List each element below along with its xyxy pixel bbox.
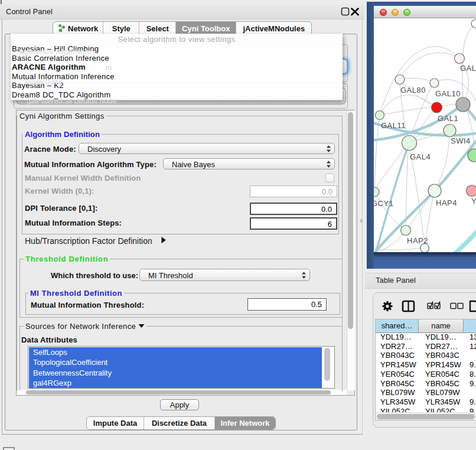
svg-text:GAL1: GAL1	[438, 114, 458, 123]
svg-text:YJ: YJ	[471, 197, 476, 206]
svg-text:GAL80: GAL80	[400, 86, 426, 94]
svg-text:GAL4: GAL4	[410, 152, 431, 161]
svg-text:GAL10: GAL10	[435, 89, 461, 98]
svg-text:GAL7: GAL7	[460, 64, 476, 73]
svg-text:HAP4: HAP4	[436, 198, 457, 207]
svg-text:GAL11: GAL11	[381, 121, 406, 130]
svg-text:GCY1: GCY1	[374, 199, 393, 208]
svg-text:HAP2: HAP2	[407, 236, 428, 245]
svg-text:SWI4: SWI4	[451, 136, 471, 145]
